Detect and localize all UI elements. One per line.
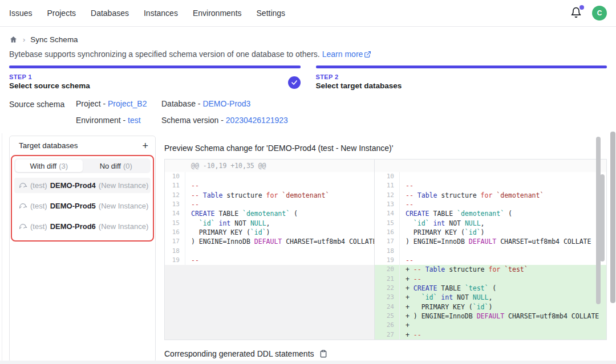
db-instance-suffix: (New Instance) (99, 202, 148, 210)
diff-line-20: 20+ -- Table structure for `test` (375, 265, 606, 274)
source-schema-label: Source schema (9, 99, 76, 125)
top-navigation: IssuesProjectsDatabasesInstancesEnvironm… (0, 0, 616, 27)
diff-line-19: 19-- (375, 256, 606, 265)
line-number: 13 (165, 200, 185, 209)
step-1-completed-check (288, 76, 301, 89)
code-text: CREATE TABLE `demotenant` ( (400, 209, 606, 218)
source-field-environment: Environment - test (76, 116, 161, 125)
nav-item-settings[interactable]: Settings (257, 9, 286, 18)
diff-line-10: 10 (375, 172, 606, 181)
line-number: 13 (375, 200, 400, 209)
ddl-statements-title: Corresponding generated DDL statements (164, 349, 314, 358)
steps-row: STEP 1 Select source schema STEP 2 Selec… (9, 66, 607, 90)
copy-clipboard-icon[interactable] (319, 349, 327, 358)
highlight-red-box: With diff(3)No diff(0) (test)DEMO-Prod4(… (11, 155, 154, 242)
field-value-link[interactable]: Project_B2 (108, 99, 147, 108)
database-item-demo-prod6[interactable]: (test)DEMO-Prod6(New Instance) (14, 219, 151, 234)
tab-label: With diff (30, 162, 56, 170)
breadcrumb: › Sync Schema (9, 35, 607, 44)
code-text: -- Table structure for `demotenant` (400, 191, 606, 200)
tab-count: (3) (59, 162, 68, 170)
add-target-database-button[interactable]: + (142, 141, 148, 151)
nav-item-instances[interactable]: Instances (144, 9, 178, 18)
line-number: 18 (375, 247, 400, 256)
target-database-list: (test)DEMO-Prod4(New Instance)(test)DEMO… (14, 178, 151, 234)
code-text: -- Table structure for `demotenant` (185, 191, 374, 200)
diff-tabbar: With diff(3)No diff(0) (14, 158, 151, 173)
step-1-label: STEP 1 (9, 73, 301, 80)
diff-line-25: 25+ ) ENGINE=InnoDB DEFAULT CHARSET=utf8… (375, 312, 606, 321)
line-number: 19 (375, 256, 400, 265)
line-number: 17 (165, 237, 185, 246)
diff-line-18: 18 (375, 247, 606, 256)
code-text: ) ENGINE=InnoDB DEFAULT CHARSET=utf8mb4 … (185, 237, 374, 246)
diff-line-17: 17) ENGINE=InnoDB DEFAULT CHARSET=utf8mb… (375, 237, 606, 246)
code-text: -- (185, 181, 374, 190)
diff-line-17: 17) ENGINE=InnoDB DEFAULT CHARSET=utf8mb… (165, 237, 374, 246)
code-text (185, 172, 374, 181)
code-text: `id` int NOT NULL, (185, 219, 374, 228)
line-number: 16 (165, 228, 185, 237)
diff-line-12: 12-- Table structure for `demotenant` (375, 191, 606, 200)
tab-label: No diff (100, 162, 121, 170)
line-number: 11 (375, 181, 400, 190)
line-number: 15 (375, 219, 400, 228)
code-text: PRIMARY KEY (`id`) (185, 228, 374, 237)
step-1: STEP 1 Select source schema (9, 66, 301, 90)
diff-pane-old: @@ -10,19 +10,35 @@1011--12-- Table stru… (165, 159, 375, 340)
line-number: 17 (375, 237, 400, 246)
source-field-project: Project - Project_B2 (76, 99, 161, 108)
home-icon[interactable] (9, 35, 18, 44)
diff-line-24: 24+ PRIMARY KEY (`id`) (375, 302, 606, 312)
preview-title: Preview Schema change for 'DEMO-Prod4 (t… (164, 144, 607, 153)
panel-scrollbar[interactable] (596, 137, 601, 304)
diff-line-12: 12-- Table structure for `demotenant` (165, 191, 374, 200)
avatar[interactable]: C (592, 6, 607, 21)
notifications-button[interactable] (570, 7, 583, 19)
diff-line-11: 11-- (165, 181, 374, 190)
line-number: 10 (165, 172, 185, 181)
nav-item-issues[interactable]: Issues (9, 9, 32, 18)
breadcrumb-separator: › (23, 35, 25, 44)
diff-line-23: 23+ `id` int NOT NULL, (375, 293, 606, 302)
db-environment: (test) (30, 181, 47, 190)
page-scrollbar[interactable] (610, 132, 615, 303)
field-value-link[interactable]: test (128, 116, 141, 125)
code-text: -- (400, 181, 606, 190)
nav-item-environments[interactable]: Environments (193, 9, 242, 18)
bottom-scroll-track (0, 361, 616, 364)
source-schema-fields: Project - Project_B2Database - DEMO-Prod… (76, 99, 288, 125)
line-number: 26 (375, 321, 400, 330)
diff-line-14: 14CREATE TABLE `demotenant` ( (165, 209, 374, 218)
tab-no-diff[interactable]: No diff(0) (83, 159, 150, 172)
db-name: DEMO-Prod5 (50, 202, 96, 210)
line-number: 12 (165, 191, 185, 200)
schema-diff-viewer: @@ -10,19 +10,35 @@1011--12-- Table stru… (164, 159, 607, 340)
tab-with-diff[interactable]: With diff(3) (15, 159, 83, 172)
database-item-demo-prod4[interactable]: (test)DEMO-Prod4(New Instance) (14, 178, 151, 193)
code-text: ) ENGINE=InnoDB DEFAULT CHARSET=utf8mb4 … (400, 237, 606, 246)
step-1-progress-bar (9, 66, 301, 68)
field-value-link[interactable]: 20230426121923 (226, 116, 288, 125)
diff-scrollbar[interactable] (600, 174, 605, 261)
line-number: 18 (165, 247, 185, 256)
diff-hunk-header (375, 159, 606, 172)
diff-empty-filler (165, 265, 374, 340)
breadcrumb-page: Sync Schema (30, 35, 78, 44)
code-text: + -- Table structure for `test` (400, 265, 606, 274)
field-value-link[interactable]: DEMO-Prod3 (202, 99, 250, 108)
code-text: -- (400, 200, 606, 209)
external-link-icon (363, 50, 371, 59)
intro-text: Bytebase supports synchronizing a specif… (9, 50, 320, 59)
code-text: -- (185, 256, 374, 265)
database-item-demo-prod5[interactable]: (test)DEMO-Prod5(New Instance) (14, 198, 151, 214)
nav-item-databases[interactable]: Databases (91, 9, 129, 18)
learn-more-link[interactable]: Learn more (322, 50, 372, 59)
diff-line-13: 13-- (375, 200, 606, 209)
diff-pane-new: 1011--12-- Table structure for `demotena… (375, 159, 606, 340)
preview-panel: Preview Schema change for 'DEMO-Prod4 (t… (164, 136, 607, 362)
check-icon (291, 79, 298, 86)
diff-line-16: 16 PRIMARY KEY (`id`) (375, 228, 606, 237)
line-number: 14 (165, 209, 185, 218)
nav-item-projects[interactable]: Projects (47, 9, 76, 18)
